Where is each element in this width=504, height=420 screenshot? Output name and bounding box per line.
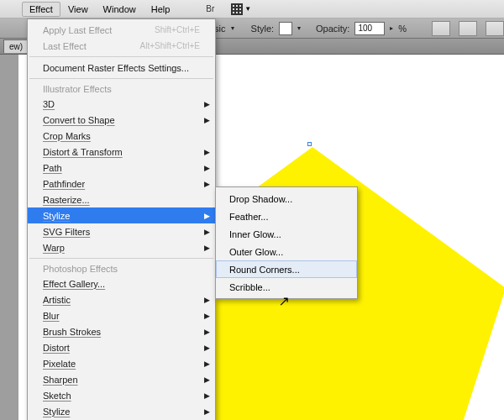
effect-menu-dropdown: Apply Last EffectShift+Ctrl+E Last Effec… — [27, 18, 216, 420]
submenu-item-scribble-[interactable]: Scribble... — [216, 278, 357, 296]
brush-dropdown-icon[interactable]: ▾ — [231, 24, 234, 32]
menu-item-stylize[interactable]: Stylize▶ — [28, 207, 215, 223]
menu-window[interactable]: Window — [96, 2, 144, 17]
menu-item-effect-gallery-[interactable]: Effect Gallery... — [28, 276, 215, 291]
submenu-item-feather-[interactable]: Feather... — [216, 207, 357, 225]
menu-item-sharpen[interactable]: Sharpen▶ — [28, 371, 215, 387]
document-tab[interactable]: ew) — [3, 39, 29, 53]
menu-separator — [29, 78, 213, 79]
menu-item-blur[interactable]: Blur▶ — [28, 307, 215, 323]
bridge-button[interactable]: Br — [202, 3, 218, 15]
menu-item-sketch[interactable]: Sketch▶ — [28, 387, 215, 403]
style-dropdown-icon[interactable]: ▾ — [297, 24, 301, 32]
menu-apply-last-effect: Apply Last EffectShift+Ctrl+E — [28, 22, 215, 38]
menu-item-stylize[interactable]: Stylize▶ — [28, 403, 215, 419]
menu-item-distort[interactable]: Distort▶ — [28, 339, 215, 355]
arrange-documents-dropdown-icon[interactable]: ▼ — [244, 5, 251, 13]
menu-document-raster-settings[interactable]: Document Raster Effects Settings... — [28, 60, 215, 76]
menu-help[interactable]: Help — [144, 2, 178, 17]
opacity-input[interactable]: 100 — [354, 22, 385, 35]
menu-item-rasterize-[interactable]: Rasterize... — [28, 192, 215, 207]
submenu-item-drop-shadow-[interactable]: Drop Shadow... — [216, 190, 357, 207]
arrange-documents-icon[interactable] — [231, 3, 243, 15]
menubar: Effect View Window Help Br ▼ — [0, 0, 504, 18]
opacity-dropdown-icon[interactable]: ▸ — [390, 24, 393, 32]
selection-handle[interactable] — [307, 142, 312, 146]
menu-item-warp[interactable]: Warp▶ — [28, 239, 215, 255]
submenu-item-inner-glow-[interactable]: Inner Glow... — [216, 225, 357, 243]
toolbar-button-3[interactable] — [486, 21, 504, 36]
menu-view[interactable]: View — [60, 2, 96, 17]
menu-item-3d[interactable]: 3D▶ — [28, 96, 215, 112]
menu-item-svg-filters[interactable]: SVG Filters▶ — [28, 223, 215, 239]
menu-item-crop-marks[interactable]: Crop Marks — [28, 128, 215, 144]
menu-separator — [29, 56, 213, 57]
left-panel-shadow — [0, 55, 18, 420]
menu-item-distort-transform[interactable]: Distort & Transform▶ — [28, 144, 215, 160]
submenu-item-round-corners-[interactable]: Round Corners... — [216, 260, 357, 278]
menu-header-illustrator: Illustrator Effects — [28, 81, 215, 96]
submenu-item-outer-glow-[interactable]: Outer Glow... — [216, 243, 357, 260]
percent-label: % — [398, 24, 407, 34]
menu-item-brush-strokes[interactable]: Brush Strokes▶ — [28, 323, 215, 339]
toolbar-button-2[interactable] — [459, 21, 477, 36]
menu-item-artistic[interactable]: Artistic▶ — [28, 291, 215, 307]
menu-item-convert-to-shape[interactable]: Convert to Shape▶ — [28, 112, 215, 128]
menu-item-pixelate[interactable]: Pixelate▶ — [28, 355, 215, 371]
toolbar-button-1[interactable] — [432, 21, 450, 36]
stylize-submenu: Drop Shadow...Feather...Inner Glow...Out… — [215, 186, 358, 299]
menu-separator — [29, 258, 213, 259]
menu-header-photoshop: Photoshop Effects — [28, 261, 215, 276]
style-label: Style: — [251, 24, 275, 34]
menu-last-effect: Last EffectAlt+Shift+Ctrl+E — [28, 38, 215, 54]
menu-item-path[interactable]: Path▶ — [28, 160, 215, 176]
menu-effect[interactable]: Effect — [22, 2, 60, 17]
menu-item-pathfinder[interactable]: Pathfinder▶ — [28, 176, 215, 192]
opacity-label: Opacity: — [316, 24, 349, 34]
style-swatch[interactable] — [279, 22, 292, 35]
